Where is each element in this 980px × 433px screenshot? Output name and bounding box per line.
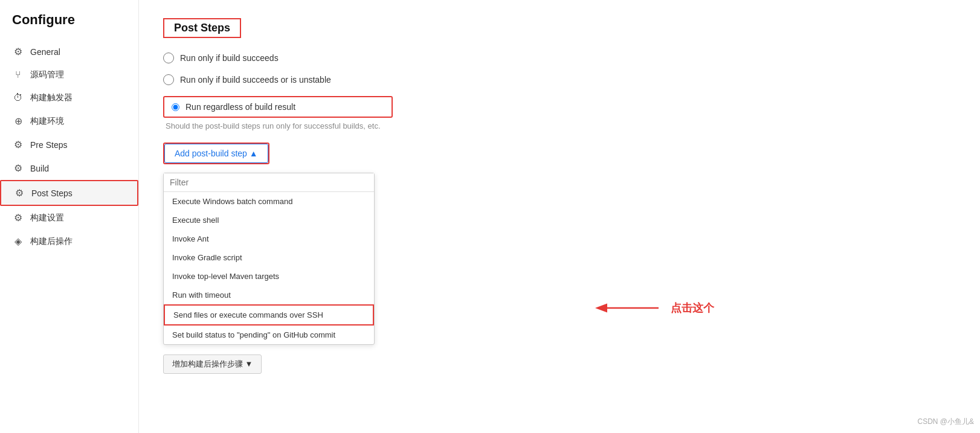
annotation-area: 点击这个 <box>592 296 714 320</box>
clock-icon: ⏱ <box>12 92 24 103</box>
bottom-btn-label: 增加构建后操作步骤 ▼ <box>172 359 253 370</box>
radio-opt1[interactable] <box>163 53 174 63</box>
hint-text: Should the post-build steps run only for… <box>166 121 956 130</box>
bottom-action: 增加构建后操作步骤 ▼ <box>163 354 956 374</box>
sidebar-item-presteps[interactable]: ⚙ Pre Steps <box>0 133 138 156</box>
sidebar-item-postbuild[interactable]: ◈ 构建后操作 <box>0 229 138 253</box>
sidebar-item-label: Build <box>30 164 49 173</box>
sidebar-item-label: General <box>30 47 60 57</box>
radio-opt3[interactable] <box>172 103 179 111</box>
dropdown-item-2[interactable]: Execute shell <box>164 211 374 229</box>
gear-icon: ⚙ <box>12 162 24 174</box>
radio-opt1-label: Run only if build succeeds <box>180 53 279 63</box>
radio-opt2-label: Run only if build succeeds or is unstabl… <box>180 75 331 85</box>
dropdown-menu: Execute Windows batch command Execute sh… <box>163 173 375 345</box>
section-heading: Post Steps <box>163 18 241 38</box>
add-post-build-step-button[interactable]: Add post-build step ▲ <box>164 144 268 163</box>
dropdown-item-5[interactable]: Invoke top-level Maven targets <box>164 267 374 286</box>
sidebar: Configure ⚙ General ⑂ 源码管理 ⏱ 构建触发器 ⊕ 构建环… <box>0 0 139 433</box>
sidebar-item-triggers[interactable]: ⏱ 构建触发器 <box>0 86 138 109</box>
sidebar-item-settings[interactable]: ⚙ 构建设置 <box>0 206 138 229</box>
radio-opt3-label: Run regardless of build result <box>185 102 295 112</box>
sidebar-item-poststeps[interactable]: ⚙ Post Steps <box>0 180 138 206</box>
add-step-label: Add post-build step ▲ <box>175 149 258 158</box>
sidebar-item-general[interactable]: ⚙ General <box>0 40 138 63</box>
radio-opt2[interactable] <box>163 74 174 85</box>
sidebar-item-label: Pre Steps <box>30 140 67 150</box>
radio-option-1[interactable]: Run only if build succeeds <box>163 53 956 63</box>
sidebar-item-source[interactable]: ⑂ 源码管理 <box>0 63 138 86</box>
watermark: CSDN @小鱼儿& <box>917 417 974 427</box>
add-post-action-button[interactable]: 增加构建后操作步骤 ▼ <box>163 354 262 374</box>
annotation-text: 点击这个 <box>671 301 714 315</box>
gear-icon: ⚙ <box>12 46 24 57</box>
dropdown-item-1[interactable]: Execute Windows batch command <box>164 192 374 211</box>
dropdown-item-3[interactable]: Invoke Ant <box>164 229 374 248</box>
arrow-svg <box>592 296 665 320</box>
dropdown-filter-input[interactable] <box>164 173 374 192</box>
sidebar-item-label: 构建环境 <box>30 116 64 127</box>
branch-icon: ⑂ <box>12 69 24 80</box>
gear-icon: ⚙ <box>12 212 24 223</box>
dropdown-item-ssh[interactable]: Send files or execute commands over SSH <box>164 304 374 326</box>
diamond-icon: ◈ <box>12 236 24 247</box>
add-step-area: Add post-build step ▲ <box>163 143 269 164</box>
sidebar-item-build[interactable]: ⚙ Build <box>0 156 138 180</box>
sidebar-item-env[interactable]: ⊕ 构建环境 <box>0 109 138 133</box>
sidebar-item-label: 构建后操作 <box>30 236 73 247</box>
dropdown-item-6[interactable]: Run with timeout <box>164 286 374 304</box>
main-content: Post Steps Run only if build succeeds Ru… <box>139 0 980 433</box>
radio-option-2[interactable]: Run only if build succeeds or is unstabl… <box>163 74 956 85</box>
sidebar-item-label: 构建触发器 <box>30 92 73 103</box>
radio-option-3-box[interactable]: Run regardless of build result <box>163 96 393 118</box>
gear-icon: ⚙ <box>13 187 25 199</box>
sidebar-item-label: 构建设置 <box>30 213 64 223</box>
sidebar-title: Configure <box>0 12 138 40</box>
dropdown-item-8[interactable]: Set build status to "pending" on GitHub … <box>164 326 374 344</box>
sidebar-item-label: 源码管理 <box>30 69 64 80</box>
dropdown-item-4[interactable]: Invoke Gradle script <box>164 248 374 267</box>
gear-icon: ⚙ <box>12 139 24 150</box>
sidebar-item-label: Post Steps <box>31 188 73 198</box>
globe-icon: ⊕ <box>12 115 24 127</box>
